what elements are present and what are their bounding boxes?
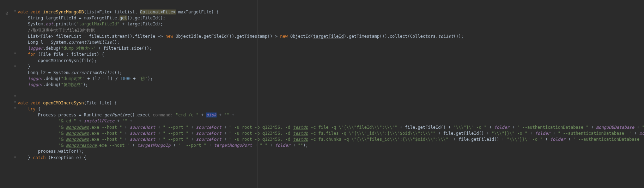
code-line[interactable]: "& cd " + installPlace + "" + [18,118,644,124]
fold-toggle-icon[interactable]: ⊟ [14,64,16,67]
code-line[interactable]: //取得原库中大于此fileID的数据 [18,28,644,34]
code-line[interactable] [18,94,644,100]
code-line[interactable]: "& mongodump.exe --host " + sourceHost +… [18,125,644,131]
code-line[interactable]: System.out.println("targetMaxFileId" + t… [18,21,644,27]
code-line[interactable]: vate void openCMDIncreSysn(File file) { [18,100,644,106]
code-line[interactable]: } catch (Exception e) { [18,155,644,161]
code-line[interactable]: try { [18,106,644,112]
code-line[interactable]: logger.debug("复制完成"); [18,82,644,88]
code-line[interactable]: logger.debug("dump 对象大小" + filterList.si… [18,46,644,51]
code-line[interactable]: process.waitFor(); [18,148,644,154]
code-line[interactable]: "& mongorestore.exe --host " + targetMon… [18,142,644,148]
code-line[interactable]: String targetFileId = maxTargetFile.get(… [18,15,644,21]
code-line[interactable]: openCMDIncreSysn(file); [18,58,644,64]
right-margin [257,0,258,188]
code-line[interactable]: } [18,64,644,70]
code-line[interactable] [18,88,644,94]
code-line[interactable]: Long l = System.currentTimeMillis(); [18,40,644,46]
fold-toggle-icon[interactable]: ⊟ [14,94,16,98]
gutter: @ [0,0,14,188]
fold-column[interactable]: ⊟⊟⊟⊟⊟⊟⊟ [14,0,18,188]
fold-toggle-icon[interactable]: ⊟ [14,9,16,13]
override-icon[interactable]: @ [0,10,14,16]
code-editor[interactable]: @ ⊟⊟⊟⊟⊟⊟⊟ vate void increSyncMongoDB(Lis… [0,0,644,188]
code-line[interactable]: logger.debug("dump时常" + (l2 - l) / 1000 … [18,76,644,82]
code-line[interactable]: vate void increSyncMongoDB(List<File> fi… [18,9,644,15]
fold-toggle-icon[interactable]: ⊟ [14,106,16,110]
code-line[interactable]: List<File> filterList = fileList.stream(… [18,34,644,40]
fold-toggle-icon[interactable]: ⊟ [14,51,16,55]
fold-toggle-icon[interactable]: ⊟ [14,155,16,158]
code-line[interactable]: "& mongodump.exe --host " + sourceHost +… [18,137,644,142]
code-line[interactable]: for (File file : filterList) { [18,51,644,57]
code-line[interactable]: "& mongodump.exe --host " + sourceHost +… [18,131,644,137]
fold-toggle-icon[interactable]: ⊟ [14,100,16,104]
code-line[interactable]: Long l2 = System.currentTimeMillis(); [18,70,644,76]
code-line[interactable]: Process process = Runtime.getRuntime().e… [18,112,644,118]
code-area[interactable]: vate void increSyncMongoDB(List<File> fi… [18,0,644,188]
